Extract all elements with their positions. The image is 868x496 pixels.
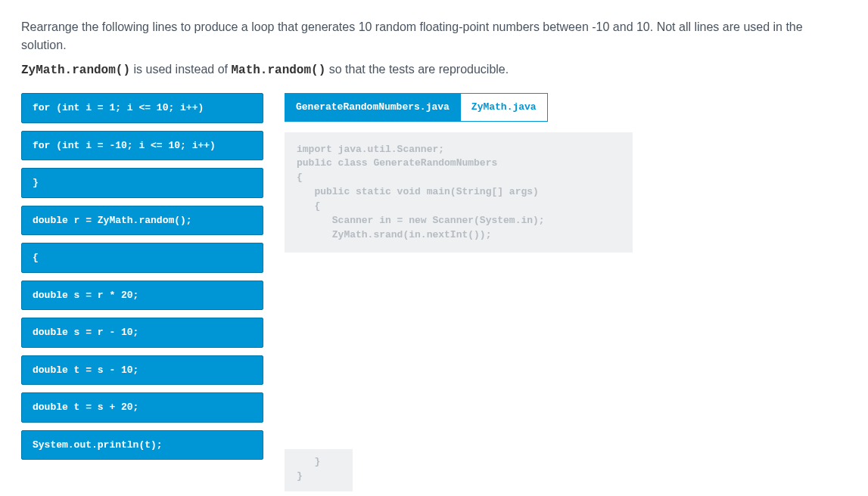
code-line: public class GenerateRandomNumbers bbox=[297, 157, 621, 171]
file-tabs: GenerateRandomNumbers.java ZyMath.java bbox=[285, 93, 847, 122]
code-line: ZyMath.srand(in.nextInt()); bbox=[297, 228, 621, 243]
code-panel-top: import java.util.Scanner; public class G… bbox=[285, 132, 633, 253]
instruction-para-2: ZyMath.random() is used instead of Math.… bbox=[21, 60, 847, 79]
work-area: for (int i = 1; i <= 10; i++) for (int i… bbox=[21, 93, 847, 491]
code-line: Scanner in = new Scanner(System.in); bbox=[297, 214, 621, 228]
code-line: } bbox=[297, 470, 341, 484]
text-post: so that the tests are reproducible. bbox=[325, 63, 509, 76]
code-line: public static void main(String[] args) bbox=[297, 185, 621, 200]
code-line: { bbox=[297, 171, 621, 185]
code-block[interactable]: System.out.println(t); bbox=[21, 430, 263, 460]
code-block[interactable]: double s = r * 20; bbox=[21, 281, 263, 311]
code-block[interactable]: for (int i = 1; i <= 10; i++) bbox=[21, 93, 263, 123]
code-inline-math: Math.random() bbox=[231, 64, 325, 77]
tab-generate-random-numbers[interactable]: GenerateRandomNumbers.java bbox=[285, 93, 461, 122]
instruction-para-1: Rearrange the following lines to produce… bbox=[21, 18, 847, 54]
instructions: Rearrange the following lines to produce… bbox=[21, 18, 847, 79]
tab-zymath[interactable]: ZyMath.java bbox=[461, 93, 548, 122]
code-block[interactable]: double t = s + 20; bbox=[21, 392, 263, 423]
code-block[interactable]: double s = r - 10; bbox=[21, 318, 263, 348]
code-block[interactable]: double r = ZyMath.random(); bbox=[21, 206, 263, 236]
code-inline-zymath: ZyMath.random() bbox=[21, 64, 130, 77]
code-line: } bbox=[297, 455, 341, 470]
code-panel-bottom: } } bbox=[285, 449, 353, 491]
code-block[interactable]: } bbox=[21, 168, 263, 198]
code-line: { bbox=[297, 200, 621, 214]
code-block[interactable]: double t = s - 10; bbox=[21, 355, 263, 386]
draggable-blocks-column: for (int i = 1; i <= 10; i++) for (int i… bbox=[21, 93, 263, 460]
text-mid: is used instead of bbox=[130, 63, 231, 76]
code-block[interactable]: { bbox=[21, 243, 263, 273]
code-line: import java.util.Scanner; bbox=[297, 143, 621, 157]
code-block[interactable]: for (int i = -10; i <= 10; i++) bbox=[21, 131, 263, 161]
editor-column: GenerateRandomNumbers.java ZyMath.java i… bbox=[285, 93, 847, 491]
